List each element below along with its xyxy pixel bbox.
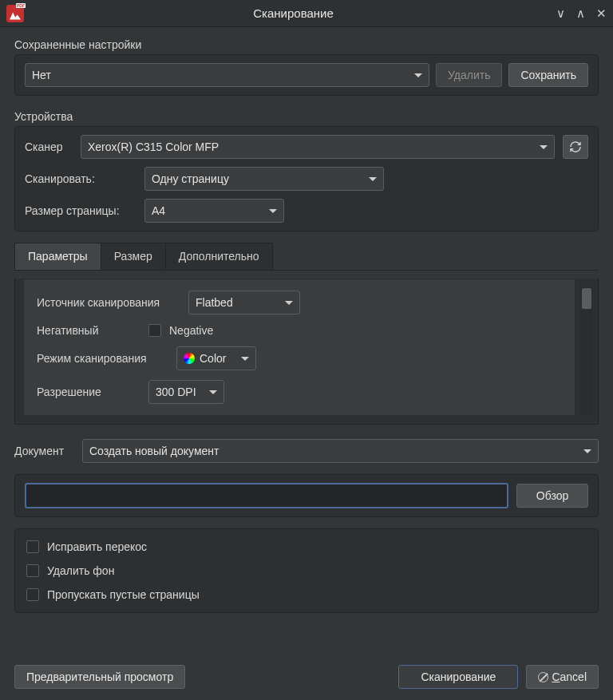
chevron-down-icon [241, 357, 249, 361]
document-label: Документ [14, 445, 74, 457]
titlebar: Сканирование ∨ ∧ ✕ [0, 0, 613, 27]
maximize-icon[interactable]: ∧ [576, 7, 585, 19]
scanner-select[interactable]: Xerox(R) C315 Color MFP [81, 135, 555, 159]
document-target-select[interactable]: Создать новый документ [82, 439, 599, 463]
chevron-down-icon [414, 73, 422, 77]
scan-mode-label: Сканировать: [25, 172, 136, 185]
skip-blank-label: Пропускать пустые страницы [47, 588, 200, 601]
deskew-label: Исправить перекос [47, 540, 147, 553]
scrollbar[interactable] [580, 287, 593, 416]
remove-background-label: Удалить фон [47, 564, 114, 577]
browse-button[interactable]: Обзор [516, 484, 588, 508]
tab-advanced[interactable]: Дополнительно [165, 243, 273, 270]
app-icon [6, 5, 24, 22]
dialog-footer: Предварительный просмотр Сканирование Ca… [0, 657, 613, 700]
chevron-down-icon [209, 390, 217, 394]
refresh-scanners-button[interactable] [563, 135, 588, 159]
document-target-value: Создать новый документ [89, 445, 219, 457]
chevron-down-icon [285, 301, 293, 305]
scan-source-value: Flatbed [196, 296, 233, 309]
deskew-checkbox[interactable] [26, 540, 39, 553]
negative-checkbox[interactable] [148, 324, 161, 337]
color-swatch-icon [184, 353, 195, 364]
cancel-button[interactable]: Cancel [526, 665, 599, 689]
chevron-down-icon [369, 177, 377, 181]
skip-blank-checkbox[interactable] [26, 588, 39, 601]
scanner-value: Xerox(R) C315 Color MFP [88, 140, 219, 153]
scan-mode-select[interactable]: Одну страницу [144, 167, 384, 191]
page-size-label: Размер страницы: [25, 204, 136, 217]
delete-preset-button: Удалить [436, 63, 502, 87]
chevron-down-icon [269, 209, 277, 213]
scan-mode-value: Одну страницу [152, 172, 229, 185]
minimize-icon[interactable]: ∨ [556, 7, 565, 19]
remove-background-checkbox[interactable] [26, 564, 39, 577]
scan-button[interactable]: Сканирование [398, 665, 518, 689]
negative-checkbox-text: Negative [169, 324, 213, 337]
saved-settings-section: Сохраненные настройки Нет Удалить Сохран… [14, 38, 599, 96]
color-mode-select[interactable]: Color [176, 346, 256, 370]
page-size-select[interactable]: A4 [144, 199, 284, 223]
preview-button[interactable]: Предварительный просмотр [14, 665, 185, 689]
devices-section: Устройства Сканер Xerox(R) C315 Color MF… [14, 110, 599, 231]
tab-parameters[interactable]: Параметры [14, 243, 101, 270]
saved-settings-label: Сохраненные настройки [14, 38, 599, 51]
resolution-label: Разрешение [37, 386, 140, 398]
devices-label: Устройства [14, 110, 599, 123]
scan-options-tabs: Параметры Размер Дополнительно Источник … [14, 243, 599, 425]
page-size-value: A4 [152, 204, 165, 217]
close-icon[interactable]: ✕ [596, 7, 607, 19]
scan-mode-param-label: Режим сканирования [37, 352, 168, 365]
chevron-down-icon [583, 449, 591, 453]
scan-source-label: Источник сканирования [37, 296, 180, 309]
negative-label: Негативный [37, 324, 140, 337]
resolution-select[interactable]: 300 DPI [148, 380, 224, 404]
preset-select[interactable]: Нет [25, 63, 429, 87]
color-mode-value: Color [200, 352, 226, 365]
window-title: Сканирование [30, 6, 556, 20]
preset-value: Нет [32, 69, 51, 81]
chevron-down-icon [540, 145, 548, 149]
scanner-label: Сканер [25, 140, 73, 153]
cancel-icon [538, 672, 548, 682]
output-path-input[interactable] [25, 483, 508, 508]
scan-source-select[interactable]: Flatbed [188, 291, 300, 314]
refresh-icon [569, 140, 582, 153]
resolution-value: 300 DPI [156, 386, 196, 398]
scrollbar-thumb[interactable] [582, 288, 591, 309]
save-preset-button[interactable]: Сохранить [508, 63, 588, 87]
tab-size[interactable]: Размер [101, 243, 166, 270]
